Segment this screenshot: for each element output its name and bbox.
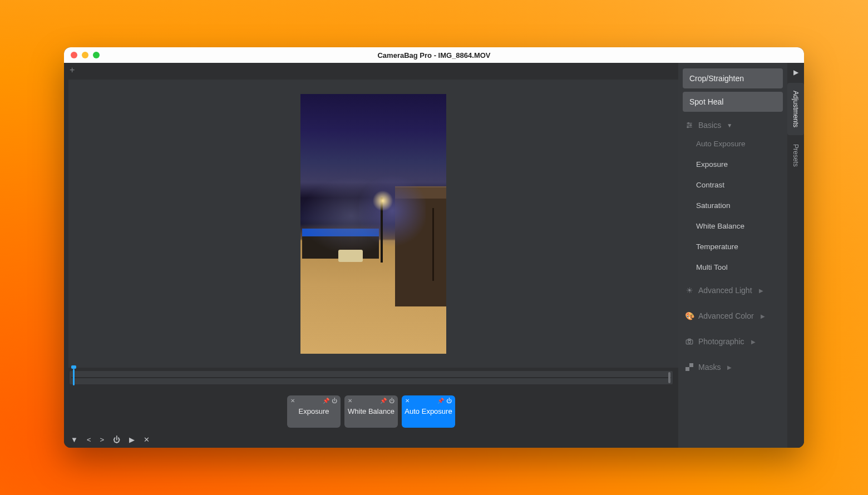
checker-icon <box>685 363 694 371</box>
play-icon[interactable]: ▶ <box>129 435 135 444</box>
chip-label: White Balance <box>348 408 394 416</box>
clear-icon[interactable]: ✕ <box>144 435 150 444</box>
tab-presets[interactable]: Presets <box>787 136 804 175</box>
pin-icon[interactable]: 📌 <box>323 398 329 404</box>
section-label: Advanced Light <box>698 286 752 295</box>
chip-label: Auto Exposure <box>405 408 452 416</box>
side-tab-strip: ▶ Adjustments Presets <box>787 63 804 448</box>
section-label: Advanced Color <box>698 311 754 320</box>
adjustment-chip-auto-exposure[interactable]: ✕ 📌 ⏻ Auto Exposure <box>402 395 455 428</box>
pin-icon[interactable]: 📌 <box>437 398 444 404</box>
bottom-transport: ▼ < > ⏻ ▶ ✕ <box>64 431 678 448</box>
power-icon[interactable]: ⏻ <box>389 398 394 404</box>
preview-canvas[interactable] <box>68 80 678 368</box>
section-label: Masks <box>698 363 721 372</box>
chip-label: Exposure <box>299 408 329 416</box>
window-title: CameraBag Pro - IMG_8864.MOV <box>64 51 804 60</box>
window-controls <box>71 52 100 58</box>
timeline-end-handle[interactable] <box>668 372 670 383</box>
svg-rect-11 <box>689 367 693 371</box>
collapse-panel-icon[interactable]: ▶ <box>787 63 804 82</box>
sun-icon: ☀ <box>685 286 694 295</box>
close-icon[interactable]: ✕ <box>290 398 295 404</box>
basics-item-white-balance[interactable]: White Balance <box>683 217 783 235</box>
basics-section-header[interactable]: Basics ▼ <box>683 115 783 132</box>
next-frame-icon[interactable]: > <box>100 435 104 444</box>
adjustment-chip-exposure[interactable]: ✕ 📌 ⏻ Exposure <box>287 395 341 428</box>
svg-point-7 <box>688 340 691 343</box>
masks-section[interactable]: Masks ▶ <box>683 356 783 378</box>
basics-item-saturation[interactable]: Saturation <box>683 197 783 214</box>
section-label: Photographic <box>698 337 744 346</box>
video-frame <box>300 94 446 354</box>
pin-icon[interactable]: 📌 <box>380 398 387 404</box>
power-icon[interactable]: ⏻ <box>113 435 120 444</box>
basics-item-contrast[interactable]: Contrast <box>683 176 783 194</box>
minimize-window-button[interactable] <box>82 52 88 58</box>
add-tab-button[interactable]: + <box>70 66 75 75</box>
basics-item-exposure[interactable]: Exposure <box>683 156 783 173</box>
prev-frame-icon[interactable]: < <box>87 435 91 444</box>
close-icon[interactable]: ✕ <box>405 398 410 404</box>
basics-item-multi-tool[interactable]: Multi Tool <box>683 259 783 276</box>
advanced-color-section[interactable]: 🎨 Advanced Color ▶ <box>683 305 783 327</box>
adjustments-panel: Crop/Straighten Spot Heal Basics ▼ Auto … <box>678 63 787 448</box>
crop-straighten-button[interactable]: Crop/Straighten <box>683 68 783 88</box>
tab-adjustments[interactable]: Adjustments <box>787 83 804 135</box>
power-icon[interactable]: ⏻ <box>332 398 337 404</box>
sliders-icon <box>685 121 694 129</box>
timeline-playhead[interactable] <box>73 369 75 385</box>
svg-point-3 <box>688 122 689 123</box>
chevron-right-icon: ▶ <box>759 288 763 294</box>
zoom-window-button[interactable] <box>93 52 100 58</box>
palette-icon: 🎨 <box>685 311 694 320</box>
document-tabstrip: + <box>64 63 678 77</box>
menu-toggle-icon[interactable]: ▼ <box>71 435 78 444</box>
chevron-right-icon: ▶ <box>751 339 756 345</box>
timeline-scrubber[interactable] <box>70 371 673 384</box>
chevron-right-icon: ▶ <box>761 313 765 319</box>
svg-point-5 <box>687 126 688 127</box>
adjustment-stack: ✕ 📌 ⏻ Exposure ✕ 📌 ⏻ White Balance ✕ 📌 ⏻… <box>64 390 678 431</box>
chevron-right-icon: ▶ <box>727 364 732 370</box>
app-window: CameraBag Pro - IMG_8864.MOV + <box>64 47 804 448</box>
close-window-button[interactable] <box>71 52 77 58</box>
basics-item-temperature[interactable]: Temperature <box>683 238 783 255</box>
advanced-light-section[interactable]: ☀ Advanced Light ▶ <box>683 279 783 301</box>
adjustment-chip-white-balance[interactable]: ✕ 📌 ⏻ White Balance <box>344 395 398 428</box>
section-label: Basics <box>698 121 721 130</box>
spot-heal-button[interactable]: Spot Heal <box>683 92 783 112</box>
photographic-section[interactable]: Photographic ▶ <box>683 330 783 353</box>
svg-point-4 <box>690 125 691 126</box>
chevron-down-icon: ▼ <box>727 122 732 128</box>
svg-rect-10 <box>685 363 689 367</box>
titlebar: CameraBag Pro - IMG_8864.MOV <box>64 47 804 63</box>
camera-icon <box>685 338 694 345</box>
basics-item-auto-exposure[interactable]: Auto Exposure <box>683 135 783 152</box>
power-icon[interactable]: ⏻ <box>446 398 452 404</box>
close-icon[interactable]: ✕ <box>348 398 352 404</box>
